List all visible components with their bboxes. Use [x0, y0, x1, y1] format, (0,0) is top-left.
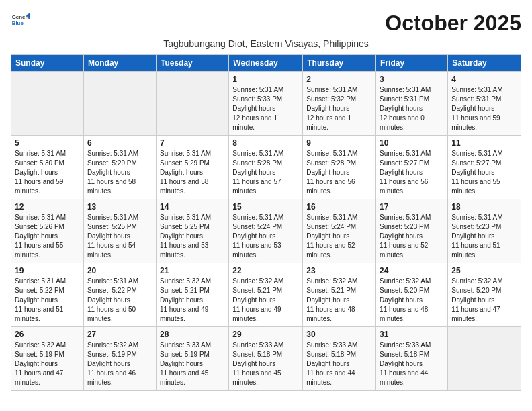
- calendar-cell: 5Sunrise: 5:31 AMSunset: 5:30 PMDaylight…: [11, 136, 84, 199]
- weekday-header-monday: Monday: [83, 55, 156, 72]
- calendar-cell: 7Sunrise: 5:31 AMSunset: 5:29 PMDaylight…: [156, 136, 228, 199]
- calendar-cell: 29Sunrise: 5:33 AMSunset: 5:18 PMDayligh…: [229, 327, 303, 391]
- day-info: Sunrise: 5:32 AMSunset: 5:21 PMDaylight …: [306, 277, 372, 324]
- month-title: October 2025: [385, 11, 521, 36]
- calendar-cell: 8Sunrise: 5:31 AMSunset: 5:28 PMDaylight…: [229, 136, 303, 199]
- day-info: Sunrise: 5:31 AMSunset: 5:22 PMDaylight …: [15, 277, 80, 324]
- calendar-cell: 31Sunrise: 5:33 AMSunset: 5:18 PMDayligh…: [376, 327, 448, 391]
- calendar-cell: 18Sunrise: 5:31 AMSunset: 5:23 PMDayligh…: [448, 199, 521, 263]
- day-info: Sunrise: 5:31 AMSunset: 5:31 PMDaylight …: [451, 85, 517, 132]
- weekday-header-row: SundayMondayTuesdayWednesdayThursdayFrid…: [11, 55, 521, 72]
- day-number: 26: [15, 330, 80, 339]
- day-number: 16: [306, 202, 372, 212]
- week-row-1: 1Sunrise: 5:31 AMSunset: 5:33 PMDaylight…: [11, 72, 521, 136]
- day-number: 6: [87, 138, 152, 148]
- day-info: Sunrise: 5:31 AMSunset: 5:28 PMDaylight …: [232, 149, 299, 196]
- day-number: 12: [15, 202, 80, 212]
- calendar-cell: 12Sunrise: 5:31 AMSunset: 5:26 PMDayligh…: [11, 199, 84, 263]
- day-info: Sunrise: 5:33 AMSunset: 5:18 PMDaylight …: [380, 340, 444, 387]
- calendar-cell: 9Sunrise: 5:31 AMSunset: 5:28 PMDaylight…: [303, 136, 376, 199]
- week-row-5: 26Sunrise: 5:32 AMSunset: 5:19 PMDayligh…: [11, 327, 521, 391]
- day-number: 28: [160, 330, 225, 339]
- calendar-cell: [156, 72, 228, 136]
- day-info: Sunrise: 5:31 AMSunset: 5:24 PMDaylight …: [232, 213, 299, 260]
- calendar-cell: 28Sunrise: 5:33 AMSunset: 5:19 PMDayligh…: [156, 327, 228, 391]
- week-row-3: 12Sunrise: 5:31 AMSunset: 5:26 PMDayligh…: [11, 199, 521, 263]
- calendar-cell: [448, 327, 521, 391]
- day-info: Sunrise: 5:32 AMSunset: 5:21 PMDaylight …: [232, 277, 299, 324]
- day-number: 9: [306, 138, 372, 148]
- day-info: Sunrise: 5:31 AMSunset: 5:30 PMDaylight …: [15, 149, 80, 196]
- day-number: 1: [232, 75, 299, 84]
- calendar-cell: 4Sunrise: 5:31 AMSunset: 5:31 PMDaylight…: [448, 72, 521, 136]
- calendar-cell: 15Sunrise: 5:31 AMSunset: 5:24 PMDayligh…: [229, 199, 303, 263]
- day-info: Sunrise: 5:31 AMSunset: 5:26 PMDaylight …: [15, 213, 80, 260]
- day-info: Sunrise: 5:32 AMSunset: 5:19 PMDaylight …: [15, 340, 80, 387]
- header: General Blue October 2025: [11, 11, 521, 36]
- calendar-cell: 24Sunrise: 5:32 AMSunset: 5:20 PMDayligh…: [376, 263, 448, 327]
- day-number: 17: [380, 202, 444, 212]
- calendar-cell: 14Sunrise: 5:31 AMSunset: 5:25 PMDayligh…: [156, 199, 228, 263]
- day-info: Sunrise: 5:32 AMSunset: 5:20 PMDaylight …: [380, 277, 444, 324]
- day-number: 25: [451, 266, 517, 275]
- subtitle: Tagbubungang Diot, Eastern Visayas, Phil…: [11, 38, 521, 49]
- day-number: 29: [232, 330, 299, 339]
- day-number: 20: [87, 266, 152, 275]
- logo-icon: General Blue: [11, 11, 30, 30]
- calendar-cell: 21Sunrise: 5:32 AMSunset: 5:21 PMDayligh…: [156, 263, 228, 327]
- day-number: 3: [380, 75, 444, 84]
- day-info: Sunrise: 5:31 AMSunset: 5:29 PMDaylight …: [87, 149, 152, 196]
- calendar-cell: 20Sunrise: 5:31 AMSunset: 5:22 PMDayligh…: [83, 263, 156, 327]
- day-number: 21: [160, 266, 225, 275]
- day-info: Sunrise: 5:31 AMSunset: 5:23 PMDaylight …: [380, 213, 444, 260]
- day-info: Sunrise: 5:32 AMSunset: 5:19 PMDaylight …: [87, 340, 152, 387]
- day-number: 2: [306, 75, 372, 84]
- day-info: Sunrise: 5:31 AMSunset: 5:32 PMDaylight …: [306, 85, 372, 132]
- day-number: 19: [15, 266, 80, 275]
- calendar-table: SundayMondayTuesdayWednesdayThursdayFrid…: [11, 54, 521, 391]
- day-info: Sunrise: 5:32 AMSunset: 5:21 PMDaylight …: [160, 277, 225, 324]
- calendar-cell: 10Sunrise: 5:31 AMSunset: 5:27 PMDayligh…: [376, 136, 448, 199]
- calendar-cell: 16Sunrise: 5:31 AMSunset: 5:24 PMDayligh…: [303, 199, 376, 263]
- calendar-cell: 1Sunrise: 5:31 AMSunset: 5:33 PMDaylight…: [229, 72, 303, 136]
- svg-text:Blue: Blue: [12, 20, 24, 26]
- day-info: Sunrise: 5:31 AMSunset: 5:33 PMDaylight …: [232, 85, 299, 132]
- day-number: 14: [160, 202, 225, 212]
- week-row-4: 19Sunrise: 5:31 AMSunset: 5:22 PMDayligh…: [11, 263, 521, 327]
- calendar-cell: 3Sunrise: 5:31 AMSunset: 5:31 PMDaylight…: [376, 72, 448, 136]
- day-number: 23: [306, 266, 372, 275]
- calendar-cell: 25Sunrise: 5:32 AMSunset: 5:20 PMDayligh…: [448, 263, 521, 327]
- calendar-cell: 2Sunrise: 5:31 AMSunset: 5:32 PMDaylight…: [303, 72, 376, 136]
- day-number: 4: [451, 75, 517, 84]
- day-info: Sunrise: 5:31 AMSunset: 5:27 PMDaylight …: [451, 149, 517, 196]
- calendar-cell: 13Sunrise: 5:31 AMSunset: 5:25 PMDayligh…: [83, 199, 156, 263]
- calendar-cell: [11, 72, 84, 136]
- weekday-header-tuesday: Tuesday: [156, 55, 228, 72]
- day-info: Sunrise: 5:31 AMSunset: 5:23 PMDaylight …: [451, 213, 517, 260]
- day-info: Sunrise: 5:32 AMSunset: 5:20 PMDaylight …: [451, 277, 517, 324]
- day-number: 8: [232, 138, 299, 148]
- calendar-cell: 27Sunrise: 5:32 AMSunset: 5:19 PMDayligh…: [83, 327, 156, 391]
- day-number: 27: [87, 330, 152, 339]
- calendar-cell: 30Sunrise: 5:33 AMSunset: 5:18 PMDayligh…: [303, 327, 376, 391]
- day-number: 7: [160, 138, 225, 148]
- day-number: 10: [380, 138, 444, 148]
- day-number: 18: [451, 202, 517, 212]
- day-info: Sunrise: 5:31 AMSunset: 5:22 PMDaylight …: [87, 277, 152, 324]
- day-info: Sunrise: 5:33 AMSunset: 5:18 PMDaylight …: [232, 340, 299, 387]
- day-info: Sunrise: 5:31 AMSunset: 5:24 PMDaylight …: [306, 213, 372, 260]
- day-info: Sunrise: 5:31 AMSunset: 5:25 PMDaylight …: [160, 213, 225, 260]
- day-number: 22: [232, 266, 299, 275]
- day-info: Sunrise: 5:31 AMSunset: 5:25 PMDaylight …: [87, 213, 152, 260]
- day-info: Sunrise: 5:33 AMSunset: 5:19 PMDaylight …: [160, 340, 225, 387]
- day-number: 11: [451, 138, 517, 148]
- weekday-header-friday: Friday: [376, 55, 448, 72]
- day-number: 24: [380, 266, 444, 275]
- calendar-cell: 19Sunrise: 5:31 AMSunset: 5:22 PMDayligh…: [11, 263, 84, 327]
- day-info: Sunrise: 5:31 AMSunset: 5:31 PMDaylight …: [380, 85, 444, 132]
- day-info: Sunrise: 5:31 AMSunset: 5:28 PMDaylight …: [306, 149, 372, 196]
- weekday-header-thursday: Thursday: [303, 55, 376, 72]
- day-number: 30: [306, 330, 372, 339]
- week-row-2: 5Sunrise: 5:31 AMSunset: 5:30 PMDaylight…: [11, 136, 521, 199]
- calendar-cell: 6Sunrise: 5:31 AMSunset: 5:29 PMDaylight…: [83, 136, 156, 199]
